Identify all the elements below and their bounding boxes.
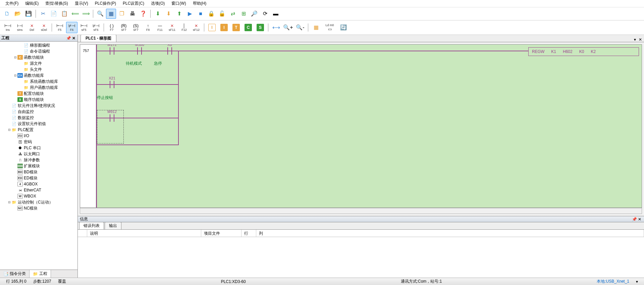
tree-item[interactable]: 📄梯形图编程: [1, 42, 77, 48]
menu-plc-operate[interactable]: PLC操作(P): [92, 0, 119, 7]
pin-button[interactable]: 📌: [66, 36, 71, 41]
status-local-connection[interactable]: 本地:USB_Xnet_1: [593, 279, 633, 284]
f8-button[interactable]: ↑F8: [142, 22, 154, 33]
sf11-button[interactable]: ✕sF11: [166, 22, 178, 33]
block-c-button[interactable]: C: [243, 22, 254, 33]
ladder-canvas[interactable]: 757 ↑ M172 M500: [80, 45, 642, 208]
zoom-in-button[interactable]: 🔍+: [282, 22, 294, 33]
stop-button[interactable]: ■: [196, 9, 206, 19]
tree-item[interactable]: 📄设置软元件初值: [1, 121, 77, 127]
tree-item[interactable]: S顺序功能块: [1, 97, 77, 103]
lock-button[interactable]: 🔒: [206, 9, 216, 19]
monitor-search-button[interactable]: 🔎: [249, 9, 259, 19]
tree-item[interactable]: ⎍脉冲参数: [1, 157, 77, 163]
help-button[interactable]: ❓: [138, 9, 148, 19]
print-button[interactable]: 🖶: [127, 9, 138, 19]
tab-project[interactable]: 📁工程: [30, 270, 51, 278]
menu-options[interactable]: 选项(O): [148, 0, 168, 7]
upload-button[interactable]: ⬆: [174, 9, 184, 19]
tree-item[interactable]: ⊟C函数功能块: [1, 54, 77, 60]
menu-edit[interactable]: 编辑(E): [22, 0, 42, 7]
tree-item[interactable]: 🖧以太网口: [1, 151, 77, 157]
fit-width-button[interactable]: ⟷: [270, 22, 282, 33]
sf7s-button[interactable]: (S)sF7: [130, 22, 142, 33]
tab-output[interactable]: 输出: [105, 222, 121, 229]
run-button[interactable]: ▶: [185, 9, 195, 19]
tree-item[interactable]: ⊟📁PLC配置: [1, 127, 77, 133]
ladder-grid-button[interactable]: ▦: [310, 22, 322, 33]
tree-item[interactable]: BDBD模块: [1, 169, 77, 175]
save-button[interactable]: 💾: [23, 9, 34, 19]
close-panel-button[interactable]: ✕: [71, 36, 76, 41]
download-alt-button[interactable]: ⬇: [163, 9, 173, 19]
tree-item[interactable]: T配置功能块: [1, 91, 77, 97]
tree-item[interactable]: 📁头文件: [1, 66, 77, 72]
insert-button[interactable]: ⊢⊣Ins: [2, 22, 13, 33]
tree-item[interactable]: WWBOX: [1, 193, 77, 199]
monitor-add-button[interactable]: ⊞: [238, 9, 249, 19]
block-t-button[interactable]: T: [230, 22, 242, 33]
sf6-button[interactable]: ⊬⊣sF6: [90, 22, 102, 33]
block-i-button[interactable]: I: [206, 22, 218, 33]
download-button[interactable]: ⬇: [153, 9, 163, 19]
menu-help[interactable]: 帮助(H): [190, 0, 210, 7]
tab-instruction-category[interactable]: 📑指令分类: [0, 270, 30, 278]
refresh-button[interactable]: 🔄: [338, 22, 349, 33]
sf7r-button[interactable]: (R)sF7: [118, 22, 129, 33]
tree-item[interactable]: 📁系统函数功能库: [1, 78, 77, 84]
document-tab-plc1[interactable]: PLC1 - 梯形图: [80, 35, 116, 42]
serial-button[interactable]: ▬: [271, 9, 281, 19]
paste-button[interactable]: 📋: [59, 9, 69, 19]
menu-window[interactable]: 窗口(W): [168, 0, 189, 7]
sinsert-button[interactable]: ⊦⊣sIns: [14, 22, 25, 33]
menu-plc-settings[interactable]: PLC设置(C): [119, 0, 148, 7]
f12-button[interactable]: │F12: [178, 22, 190, 33]
doc-dropdown-button[interactable]: ▾: [633, 37, 637, 42]
block-i2-button[interactable]: I: [218, 22, 230, 33]
open-file-button[interactable]: 📂: [13, 9, 23, 19]
tree-item[interactable]: I/OI/O: [1, 133, 77, 139]
cut-button[interactable]: ✂: [38, 9, 48, 19]
undo-button[interactable]: ⟸: [70, 9, 80, 19]
tree-item[interactable]: EDED模块: [1, 175, 77, 181]
ldm0-button[interactable]: Ld m0▭: [322, 22, 337, 33]
horizontal-scrollbar[interactable]: [80, 208, 642, 214]
f5-contact-button[interactable]: ⊢⊣F5: [54, 22, 65, 33]
redo-button[interactable]: ⟹: [81, 9, 91, 19]
tab-error-list[interactable]: 错误列表: [79, 222, 104, 229]
output-instruction[interactable]: REGW K1 H602 K0 K2: [528, 47, 639, 56]
f7-coil-button[interactable]: ( )F7: [106, 22, 117, 33]
tree-item[interactable]: 📁源文件: [1, 60, 77, 66]
window-button[interactable]: ❐: [117, 9, 127, 19]
col-description[interactable]: 说明: [87, 230, 201, 237]
col-col[interactable]: 列: [256, 230, 644, 237]
info-pin-button[interactable]: 📌: [632, 217, 637, 222]
tree-item[interactable]: 44GBOX: [1, 181, 77, 187]
info-close-button[interactable]: ✕: [637, 217, 642, 222]
tree-item[interactable]: ⚉PLC 串口: [1, 145, 77, 151]
f6-contact-button[interactable]: ⊬⊣F6: [66, 22, 77, 33]
zoom-out-button[interactable]: 🔍-: [294, 22, 306, 33]
sf5-button[interactable]: ⊢⊣sF5: [78, 22, 90, 33]
error-list-body[interactable]: [78, 237, 644, 278]
tree-item[interactable]: 📁用户函数功能库: [1, 84, 77, 91]
tree-item[interactable]: ⚿密码: [1, 139, 77, 145]
new-file-button[interactable]: 🗋: [2, 9, 12, 19]
ladder-mode-button[interactable]: ▦: [106, 9, 116, 19]
tree-item[interactable]: ⊟📁运动控制（C运动）: [1, 199, 77, 205]
menu-view[interactable]: 显示(V): [71, 0, 92, 7]
expand-icon[interactable]: ⊟: [7, 201, 11, 204]
menu-find[interactable]: 查找\替换(S): [42, 0, 71, 7]
menu-file[interactable]: 文件(F): [2, 0, 22, 7]
doc-close-button[interactable]: ✕: [638, 37, 643, 42]
ladder-canvas-scroll[interactable]: 757 ↑ M172 M500: [80, 44, 642, 208]
find-button[interactable]: 🔍: [95, 9, 105, 19]
tree-item[interactable]: 📄数据监控: [1, 115, 77, 121]
delete-button[interactable]: ✕Del: [26, 22, 38, 33]
project-tree[interactable]: 📄梯形图编程📄命令语编程⊟C函数功能块📁源文件📁头文件⊟EX函数功能库📁系统函数…: [0, 42, 77, 270]
expand-icon[interactable]: ⊟: [13, 56, 17, 59]
expand-icon[interactable]: ⊟: [7, 128, 11, 131]
expand-icon[interactable]: ⊟: [13, 74, 17, 77]
status-dropdown[interactable]: ▾: [633, 279, 641, 284]
sdelete-button[interactable]: ✕sDel: [38, 22, 50, 33]
